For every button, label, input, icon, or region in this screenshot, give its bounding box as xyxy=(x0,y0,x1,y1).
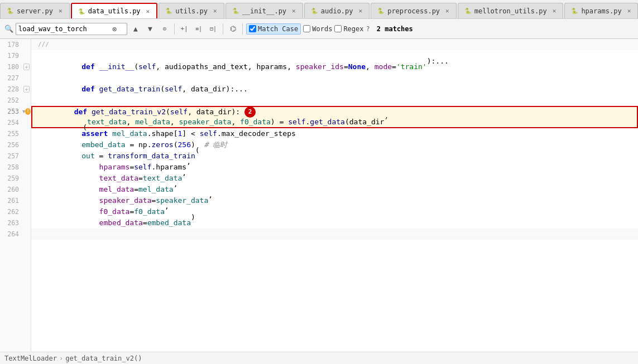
line-num-258: 258 xyxy=(0,162,22,173)
match-case-label: Match Case xyxy=(258,25,298,33)
search-input-wrapper: ⊗ xyxy=(16,23,127,35)
fold-icon-228[interactable]: + xyxy=(23,86,30,93)
num-256: 256 xyxy=(178,139,191,151)
tab-hparams[interactable]: 🐍 hparams.py ✕ xyxy=(564,3,638,18)
code-line-263: embed_data=embed_data) xyxy=(31,217,638,229)
fold-227 xyxy=(22,72,31,84)
tab-close-hparams[interactable]: ✕ xyxy=(626,7,632,15)
tab-server[interactable]: 🐍 server.py ✕ xyxy=(0,3,70,18)
fold-178 xyxy=(22,39,31,50)
left-panel: 178 179 180 227 228 252 253 254 255 256 … xyxy=(0,39,31,352)
idx-1: 1 xyxy=(178,128,183,139)
tab-label-utils: utils.py xyxy=(175,7,208,15)
code-line-264 xyxy=(31,229,638,240)
param-speaker-ids: speaker_ids xyxy=(296,61,344,72)
def-keyword-180: def xyxy=(81,61,94,72)
embed-data-kwarg: embed_data xyxy=(99,217,143,229)
code-line-253: def get_data_train_v2(self, data_dir): 2 xyxy=(31,106,638,117)
search-select-all-button[interactable]: ≡| xyxy=(193,23,205,35)
python-icon-preprocess: 🐍 xyxy=(377,7,385,15)
regex-checkbox[interactable] xyxy=(334,25,342,32)
tab-data-utils[interactable]: 🐍 data_utils.py ✕ xyxy=(71,3,158,18)
search-in-selection-button[interactable]: ⊙ xyxy=(159,23,171,35)
fold-259 xyxy=(22,173,31,184)
search-add-cursor-button[interactable]: +| xyxy=(178,23,190,35)
tab-close-preprocess[interactable]: ✕ xyxy=(444,7,450,15)
words-checkbox[interactable] xyxy=(303,25,310,32)
clear-search-button[interactable]: ⊗ xyxy=(110,25,119,33)
tab-close-mellotron[interactable]: ✕ xyxy=(551,7,558,15)
search-collapse-button[interactable]: ⊟| xyxy=(207,23,219,35)
match-case-option[interactable]: Match Case xyxy=(246,23,301,35)
get-data-method: get_data xyxy=(310,117,345,128)
tab-close-utils[interactable]: ✕ xyxy=(212,7,218,15)
search-prev-button[interactable]: ▲ xyxy=(129,23,142,35)
fold-254 xyxy=(22,117,31,128)
fold-180[interactable]: + xyxy=(22,61,31,72)
regex-option[interactable]: Regex xyxy=(334,25,363,33)
f0-data-val: f0_data xyxy=(134,206,165,217)
tab-audio[interactable]: 🐍 audio.py ✕ xyxy=(304,3,370,18)
tab-close-audio[interactable]: ✕ xyxy=(358,7,364,15)
breadcrumb: TextMelLoader › get_data_train_v2() xyxy=(0,352,638,364)
tab-label-active: data_utils.py xyxy=(88,7,141,15)
none-val: None xyxy=(348,61,366,72)
tab-utils[interactable]: 🐍 utils.py ✕ xyxy=(159,3,224,18)
code-line-228: def get_data_train(self, data_dir):... xyxy=(31,84,638,95)
embed-data-val: embed_data xyxy=(147,217,191,229)
code-area[interactable]: /// def __init__(self, audiopaths_and_te… xyxy=(31,39,638,352)
param-mode: mode xyxy=(375,61,392,72)
code-line-180: def __init__(self, audiopaths_and_text, … xyxy=(31,61,638,72)
search-icon-wrapper: 🔍 xyxy=(4,25,13,33)
main-content: 178 179 180 227 228 252 253 254 255 256 … xyxy=(0,39,638,352)
mel-data-255: mel_data xyxy=(112,128,147,139)
tab-close-data-utils[interactable]: ✕ xyxy=(145,7,151,16)
mel-data-kwarg: mel_data xyxy=(99,184,135,195)
match-badge-253: 2 xyxy=(244,106,256,118)
fold-252 xyxy=(22,95,31,106)
line-num-255: 255 xyxy=(0,128,22,139)
tab-label-init: __init__.py xyxy=(242,7,286,15)
line-num-263: 263 xyxy=(0,217,22,229)
search-input[interactable] xyxy=(18,25,108,33)
data-dir-arg: data_dir xyxy=(349,117,385,128)
speaker-data-kwarg: speaker_data xyxy=(99,195,152,206)
def-kw-253: def xyxy=(74,108,87,116)
regex-label: Regex xyxy=(343,25,363,33)
words-option[interactable]: Words xyxy=(303,25,332,33)
match-case-checkbox[interactable] xyxy=(249,25,256,32)
fold-icon-180[interactable]: + xyxy=(23,64,30,70)
line-178-dots: /// xyxy=(38,39,49,50)
func-name-228: get_data_train xyxy=(99,84,161,95)
tab-label: server.py xyxy=(17,7,53,15)
func-name-180: __init__ xyxy=(99,61,135,72)
line-num-264: 264 xyxy=(0,229,22,240)
fold-253[interactable]: ▼ ! xyxy=(22,106,31,117)
tab-mellotron[interactable]: 🐍 mellotron_utils.py ✕ xyxy=(458,3,564,18)
tab-label-audio: audio.py xyxy=(321,7,353,15)
breadcrumb-class: TextMelLoader xyxy=(4,355,57,362)
tab-bar: 🐍 server.py ✕ 🐍 data_utils.py ✕ 🐍 utils.… xyxy=(0,0,638,19)
fold-260 xyxy=(22,184,31,195)
f0-data: f0_data xyxy=(240,117,271,128)
search-next-button[interactable]: ▼ xyxy=(144,23,156,35)
fold-column: + + ▼ ! xyxy=(22,39,31,352)
tab-close-server[interactable]: ✕ xyxy=(57,7,64,15)
help-icon[interactable]: ? xyxy=(366,25,370,33)
warning-icon-253: ! xyxy=(25,108,31,115)
self-228: self xyxy=(165,84,182,95)
fold-228[interactable]: + xyxy=(22,84,31,95)
python-icon-active: 🐍 xyxy=(78,7,85,15)
python-icon-init: 🐍 xyxy=(232,7,239,15)
self-255: self xyxy=(200,128,217,139)
line-number-column: 178 179 180 227 228 252 253 254 255 256 … xyxy=(0,39,22,352)
code-line-179 xyxy=(31,50,638,61)
tab-close-init[interactable]: ✕ xyxy=(291,7,297,15)
def-keyword-228: def xyxy=(81,84,94,95)
tab-init[interactable]: 🐍 __init__.py ✕ xyxy=(226,3,303,18)
tab-preprocess[interactable]: 🐍 preprocess.py ✕ xyxy=(371,3,457,18)
code-line-256: embed_data = np.zeros(256) # 临时 xyxy=(31,139,638,151)
python-icon-utils: 🐍 xyxy=(165,7,172,15)
search-filter-button[interactable]: ⌬ xyxy=(227,23,239,35)
code-line-178: /// xyxy=(31,39,638,50)
